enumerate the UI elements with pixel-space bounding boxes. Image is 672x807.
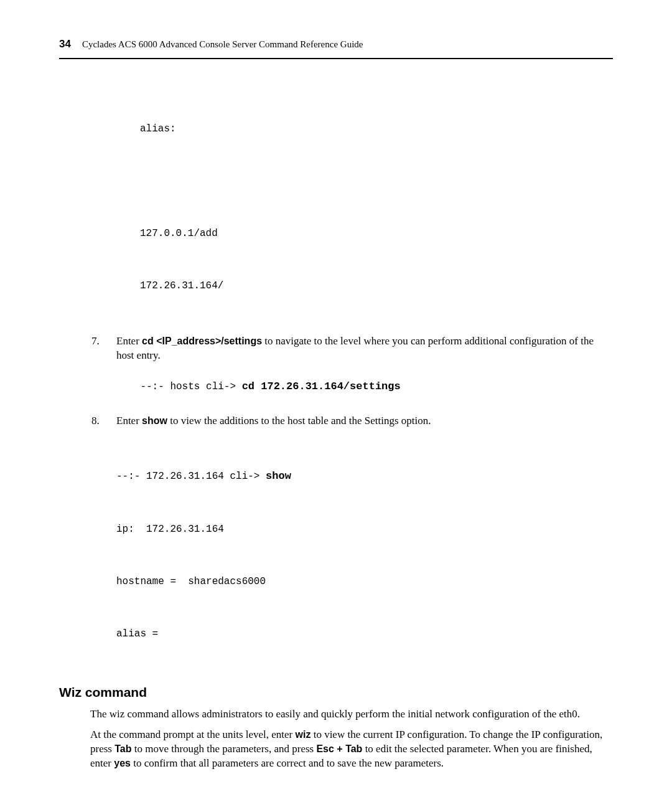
document-title: Cyclades ACS 6000 Advanced Console Serve… — [82, 38, 363, 50]
paragraph: The wiz command allows administrators to… — [90, 707, 609, 722]
text: to view the additions to the host table … — [167, 415, 431, 427]
step-number: 7. — [91, 334, 108, 363]
code-line: hostname = sharedacs6000 — [116, 573, 613, 590]
text: to confirm that all parameters are corre… — [131, 757, 444, 769]
text: Enter — [116, 335, 142, 347]
inline-command: yes — [114, 758, 131, 768]
page-container: 34 Cyclades ACS 6000 Advanced Console Se… — [0, 0, 672, 807]
code-line: --:- hosts cli-> cd 172.26.31.164/settin… — [116, 367, 613, 408]
inline-command: wiz — [296, 729, 311, 740]
inline-key: Tab — [114, 743, 131, 754]
section-heading-wiz: Wiz command — [59, 684, 613, 701]
inline-command: show — [142, 415, 167, 426]
code-block-show: --:- 172.26.31.164 cli-> show ip: 172.26… — [116, 432, 613, 677]
code-prefix: --:- hosts cli-> — [140, 381, 241, 392]
step-number: 8. — [91, 414, 108, 428]
code-block-preceding: alias: 127.0.0.1/add 172.26.31.164/ — [140, 85, 613, 329]
code-command: show — [266, 470, 291, 482]
step-text: Enter cd <IP_address>/settings to naviga… — [116, 334, 613, 363]
text: to move through the parameters, and pres… — [131, 743, 316, 755]
code-line — [140, 172, 613, 190]
text: At the command prompt at the units level… — [90, 729, 296, 740]
code-line: --:- 172.26.31.164 cli-> show — [116, 467, 613, 486]
page-number: 34 — [59, 37, 71, 52]
step-text: Enter show to view the additions to the … — [116, 414, 613, 428]
code-command: cd 172.26.31.164/settings — [242, 380, 401, 392]
code-lines: --:- units cli-> wiz eth0: ipv4 address:… — [90, 777, 613, 807]
code-prefix: --:- 172.26.31.164 cli-> — [116, 471, 266, 482]
code-line: alias = — [116, 625, 613, 643]
step-7: 7. Enter cd <IP_address>/settings to nav… — [91, 334, 613, 363]
text: Enter — [116, 415, 142, 427]
code-block-wiz: --:- units cli-> wiz eth0: ipv4 address:… — [90, 777, 613, 807]
code-line: ip: 172.26.31.164 — [116, 521, 613, 538]
inline-command: cd <IP_address>/settings — [142, 336, 262, 346]
code-line: alias: — [140, 120, 613, 138]
code-line: 127.0.0.1/add — [140, 225, 613, 242]
inline-key: Esc + Tab — [316, 743, 362, 754]
paragraph: At the command prompt at the units level… — [90, 728, 609, 771]
step-8: 8. Enter show to view the additions to t… — [91, 414, 613, 428]
code-line: 172.26.31.164/ — [140, 277, 613, 295]
page-header: 34 Cyclades ACS 6000 Advanced Console Se… — [59, 37, 613, 59]
